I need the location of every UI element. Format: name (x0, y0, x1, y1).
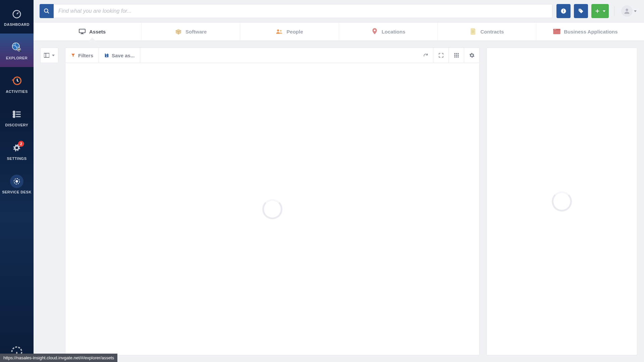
chevron-down-icon (634, 10, 637, 12)
grid-view-button[interactable] (449, 48, 464, 63)
sidebar-item-activities[interactable]: ACTIVITIES (0, 67, 34, 101)
tab-label: Contracts (480, 29, 504, 35)
svg-point-8 (13, 113, 15, 115)
refresh-button[interactable] (418, 48, 433, 63)
refresh-icon (423, 53, 428, 58)
filters-button[interactable]: Filters (65, 48, 99, 63)
svg-point-29 (277, 29, 279, 32)
svg-point-36 (554, 29, 555, 30)
svg-line-4 (20, 50, 21, 52)
svg-point-12 (15, 146, 18, 149)
tab-people[interactable]: People (240, 22, 339, 41)
svg-rect-47 (458, 55, 459, 56)
sidebar-item-explorer[interactable]: EXPLORER (0, 34, 34, 67)
svg-rect-46 (456, 55, 457, 56)
svg-point-6 (13, 111, 15, 113)
svg-rect-42 (454, 53, 455, 54)
svg-point-20 (563, 9, 564, 10)
grid-icon (454, 53, 459, 58)
status-bar-link: https://nasales-insight.cloud.invgate.ne… (0, 354, 117, 362)
sidebar-item-settings[interactable]: 2 SETTINGS (0, 134, 34, 168)
filter-icon (71, 53, 75, 58)
main-panel: Filters Save as... (40, 48, 480, 355)
global-search (40, 4, 552, 18)
tab-label: Business Applications (564, 29, 618, 35)
settings-button[interactable] (464, 48, 480, 63)
svg-point-24 (626, 9, 628, 11)
svg-rect-50 (458, 56, 459, 57)
tab-business-applications[interactable]: Business Applications (536, 22, 635, 41)
svg-line-17 (47, 12, 49, 13)
plus-icon (595, 8, 600, 14)
filters-label: Filters (78, 53, 93, 58)
svg-rect-49 (456, 56, 457, 57)
svg-rect-48 (454, 56, 455, 57)
tab-software[interactable]: Software (142, 22, 240, 41)
svg-point-37 (555, 29, 556, 30)
sidebar-item-label: SERVICE DESK (2, 190, 32, 194)
panel-toggle-button[interactable] (40, 48, 58, 63)
search-input[interactable] (54, 4, 552, 18)
results-area (65, 63, 480, 355)
info-button[interactable] (556, 4, 571, 18)
topbar (34, 0, 644, 22)
svg-point-30 (280, 30, 282, 32)
service-desk-icon (10, 175, 23, 188)
side-panel (486, 48, 637, 355)
svg-rect-27 (80, 34, 84, 34)
svg-point-41 (106, 56, 107, 57)
sidebar-item-dashboard[interactable]: DASHBOARD (0, 0, 34, 34)
chevron-down-icon (52, 55, 55, 56)
tab-label: Software (185, 29, 207, 35)
panels-icon (44, 53, 49, 58)
app-window-icon (553, 28, 560, 35)
svg-rect-40 (106, 54, 107, 55)
svg-rect-45 (454, 55, 455, 56)
svg-point-21 (580, 10, 580, 10)
search-icon (44, 8, 50, 14)
save-as-button[interactable]: Save as... (99, 48, 140, 63)
svg-rect-43 (456, 53, 457, 54)
results-toolbar: Filters Save as... (65, 48, 480, 63)
sidebar-item-discovery[interactable]: DISCOVERY (0, 101, 34, 134)
svg-rect-44 (458, 53, 459, 54)
list-nodes-icon (10, 108, 23, 121)
tab-locations[interactable]: Locations (339, 22, 438, 41)
expand-icon (438, 53, 444, 58)
search-button[interactable] (40, 4, 54, 18)
top-actions (556, 4, 638, 18)
category-tabs: Assets Software People Locations Contrac… (34, 22, 644, 41)
tag-button[interactable] (574, 4, 588, 18)
tab-label: Locations (382, 29, 406, 35)
location-pin-icon (371, 28, 378, 35)
svg-rect-26 (81, 33, 83, 34)
svg-rect-19 (563, 11, 564, 12)
sidebar-item-label: DISCOVERY (5, 123, 29, 127)
sidebar-item-label: SETTINGS (7, 157, 26, 161)
fullscreen-button[interactable] (433, 48, 449, 63)
info-icon (560, 8, 567, 14)
svg-point-16 (44, 9, 48, 12)
user-menu[interactable] (620, 5, 638, 17)
tab-contracts[interactable]: Contracts (438, 22, 536, 41)
svg-rect-38 (44, 53, 49, 58)
sidebar-item-service-desk[interactable]: SERVICE DESK (0, 168, 34, 201)
tab-label: Assets (89, 29, 106, 35)
sidebar-item-label: ACTIVITIES (6, 89, 28, 94)
clock-history-icon (10, 74, 23, 87)
tab-label: People (286, 29, 303, 35)
main-region: Assets Software People Locations Contrac… (34, 0, 644, 362)
svg-rect-25 (79, 29, 85, 33)
save-icon (104, 53, 109, 58)
add-button[interactable] (591, 4, 609, 18)
monitor-icon (78, 28, 86, 35)
globe-search-icon (10, 41, 23, 54)
gauge-icon (10, 7, 23, 20)
svg-point-10 (13, 116, 15, 117)
save-as-label: Save as... (112, 53, 135, 58)
sidebar-item-label: DASHBOARD (4, 22, 30, 26)
settings-badge: 2 (18, 141, 24, 147)
tab-assets[interactable]: Assets (43, 22, 142, 41)
loading-spinner-icon (552, 191, 572, 212)
chevron-down-icon (603, 10, 605, 12)
